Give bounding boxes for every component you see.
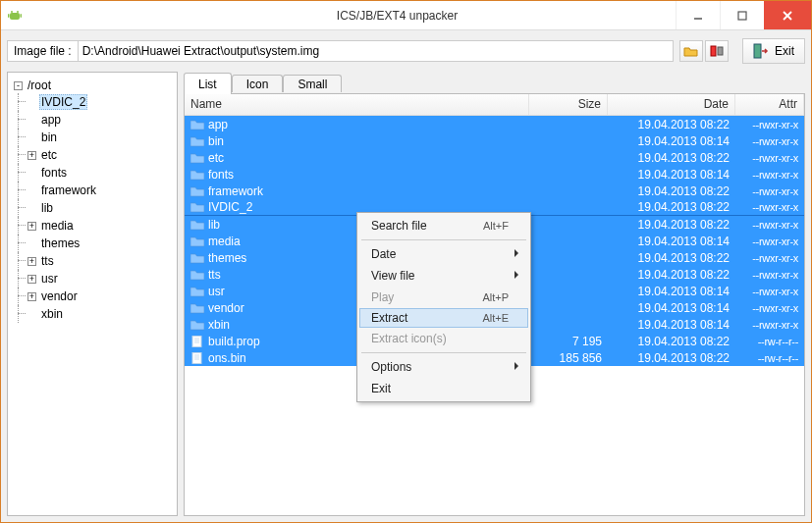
- tree-item[interactable]: IVDIC_2: [27, 93, 177, 111]
- list-row[interactable]: framework19.04.2013 08:22--rwxr-xr-x: [185, 183, 804, 199]
- folder-tree[interactable]: -/root IVDIC_2appbin+etcfontsframeworkli…: [7, 72, 178, 516]
- expand-icon[interactable]: +: [27, 222, 36, 231]
- row-name: media: [208, 235, 241, 248]
- row-date: 19.04.2013 08:14: [608, 134, 735, 148]
- row-name: fonts: [208, 168, 234, 182]
- row-date: 19.04.2013 08:22: [608, 200, 735, 214]
- row-size: 7 195: [529, 335, 608, 348]
- image-file-label: Image file :: [7, 40, 79, 62]
- row-attr: --rwxr-xr-x: [735, 219, 804, 231]
- tree-item[interactable]: xbin: [27, 305, 177, 323]
- row-name: tts: [208, 268, 221, 282]
- menu-item-date[interactable]: Date: [359, 243, 528, 265]
- tools-icon: [709, 44, 725, 58]
- row-attr: --rwxr-xr-x: [735, 252, 804, 264]
- folder-icon: [190, 119, 204, 131]
- expand-icon[interactable]: +: [27, 151, 36, 160]
- menu-item-shortcut: Alt+F: [483, 220, 509, 232]
- expand-icon[interactable]: +: [27, 257, 36, 266]
- exit-button[interactable]: Exit: [742, 38, 805, 64]
- row-date: 19.04.2013 08:22: [608, 118, 735, 131]
- tab-small[interactable]: Small: [283, 75, 342, 92]
- expand-icon[interactable]: +: [27, 275, 36, 284]
- tree-item[interactable]: +media: [27, 217, 177, 235]
- row-date: 19.04.2013 08:22: [608, 151, 735, 165]
- tree-item[interactable]: framework: [27, 182, 177, 199]
- row-name: vendor: [208, 301, 244, 315]
- svg-rect-6: [738, 12, 746, 20]
- menu-item-label: Search file: [371, 219, 427, 233]
- close-button[interactable]: [764, 1, 811, 29]
- svg-rect-9: [711, 46, 716, 56]
- tree-item-label: IVDIC_2: [39, 94, 87, 110]
- folder-icon: [190, 219, 204, 231]
- settings-button[interactable]: [705, 40, 729, 62]
- row-attr: --rwxr-xr-x: [735, 152, 804, 164]
- row-attr: --rwxr-xr-x: [735, 302, 804, 314]
- maximize-button[interactable]: [720, 1, 764, 29]
- menu-item-shortcut: Alt+E: [482, 312, 509, 324]
- list-row[interactable]: fonts19.04.2013 08:14--rwxr-xr-x: [185, 166, 804, 183]
- row-size: [529, 135, 608, 147]
- row-attr: --rwxr-xr-x: [735, 235, 804, 247]
- open-file-button[interactable]: [679, 40, 703, 62]
- row-date: 19.04.2013 08:14: [608, 318, 735, 332]
- tree-item[interactable]: fonts: [27, 164, 177, 182]
- tree-item[interactable]: +vendor: [27, 288, 177, 305]
- list-row[interactable]: bin19.04.2013 08:14--rwxr-xr-x: [185, 132, 804, 149]
- exit-door-icon: [753, 43, 769, 59]
- list-row[interactable]: etc19.04.2013 08:22--rwxr-xr-x: [185, 149, 804, 166]
- menu-item-label: Exit: [371, 382, 391, 395]
- row-name: ons.bin: [208, 351, 246, 365]
- minimize-button[interactable]: [676, 1, 720, 29]
- tree-item[interactable]: +etc: [27, 146, 177, 164]
- exit-button-label: Exit: [775, 44, 794, 58]
- column-attr[interactable]: Attr: [735, 94, 804, 115]
- row-date: 19.04.2013 08:14: [608, 235, 735, 248]
- tree-item[interactable]: bin: [27, 129, 177, 146]
- row-size: [529, 169, 608, 181]
- tree-item[interactable]: lib: [27, 199, 177, 217]
- folder-icon: [190, 252, 204, 264]
- tab-list[interactable]: List: [184, 73, 232, 94]
- list-header[interactable]: Name Size Date Attr: [185, 94, 804, 116]
- tree-item[interactable]: themes: [27, 235, 177, 252]
- tree-item-label: bin: [39, 131, 59, 144]
- tree-item-label: vendor: [39, 289, 80, 303]
- menu-separator: [361, 352, 526, 353]
- list-row[interactable]: app19.04.2013 08:22--rwxr-xr-x: [185, 116, 804, 132]
- menu-item-shortcut: Alt+P: [482, 291, 509, 303]
- tab-icon[interactable]: Icon: [232, 75, 284, 92]
- row-date: 19.04.2013 08:22: [608, 268, 735, 282]
- column-size[interactable]: Size: [529, 94, 608, 115]
- window-controls: [676, 1, 811, 29]
- tree-item-label: etc: [39, 148, 59, 162]
- row-size: [529, 185, 608, 197]
- column-name[interactable]: Name: [185, 94, 529, 115]
- row-name: app: [208, 118, 228, 131]
- column-date[interactable]: Date: [608, 94, 735, 115]
- menu-item-extract[interactable]: ExtractAlt+E: [359, 308, 528, 328]
- row-size: 185 856: [529, 351, 608, 365]
- menu-item-exit[interactable]: Exit: [359, 378, 528, 399]
- row-size: [529, 235, 608, 247]
- row-attr: --rwxr-xr-x: [735, 135, 804, 147]
- tree-item-label: lib: [39, 201, 55, 215]
- svg-rect-11: [754, 44, 761, 58]
- menu-item-label: Date: [371, 247, 396, 261]
- collapse-icon[interactable]: -: [14, 81, 23, 90]
- row-attr: --rwxr-xr-x: [735, 185, 804, 197]
- submenu-arrow-icon: [514, 249, 522, 257]
- context-menu[interactable]: Search fileAlt+FDateView filePlayAlt+PEx…: [356, 212, 531, 402]
- menu-item-view-file[interactable]: View file: [359, 265, 528, 287]
- tree-item-label: usr: [39, 272, 60, 286]
- menu-item-search-file[interactable]: Search fileAlt+F: [359, 215, 528, 236]
- tree-item[interactable]: +tts: [27, 252, 177, 270]
- menu-item-options[interactable]: Options: [359, 356, 528, 378]
- folder-icon: [190, 135, 204, 147]
- tree-item[interactable]: +usr: [27, 270, 177, 288]
- image-file-path-field[interactable]: D:\Android\Huawei Extract\output\system.…: [79, 40, 674, 62]
- expand-icon[interactable]: +: [27, 292, 36, 301]
- tree-item[interactable]: app: [27, 111, 177, 129]
- tree-root[interactable]: -/root IVDIC_2appbin+etcfontsframeworkli…: [14, 77, 177, 324]
